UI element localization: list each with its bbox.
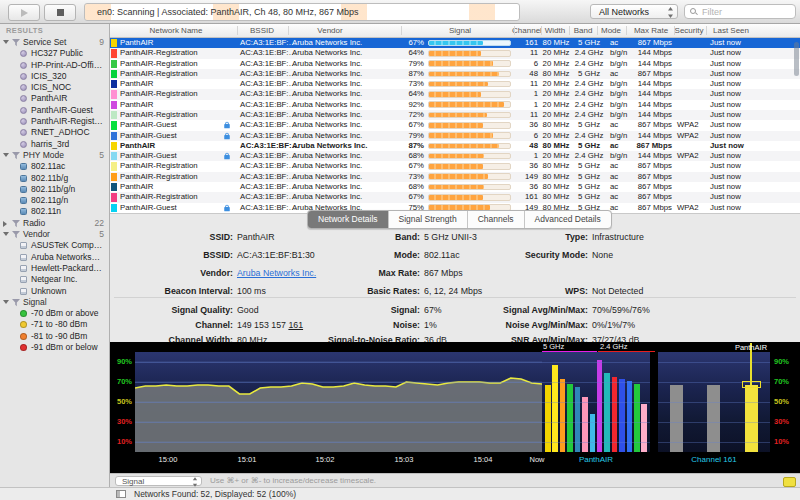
- network-row[interactable]: PanthAIR-GuestAC:A3:1E:BF:…Aruba Network…: [110, 131, 800, 141]
- signal-bar: [428, 60, 511, 67]
- cell-band: 5 GHz: [573, 182, 605, 192]
- sidebar-item-unknown[interactable]: Unknown: [0, 286, 109, 297]
- cell-signal-percent: 67%: [398, 192, 424, 202]
- sidebar-item-label: -70 dBm or above: [31, 308, 99, 318]
- filter-search-field[interactable]: [684, 4, 796, 19]
- column-header-width[interactable]: Width: [545, 24, 565, 37]
- column-header-security[interactable]: Security: [675, 24, 704, 37]
- column-header-mode[interactable]: Mode: [601, 24, 621, 37]
- tab-signal-strength[interactable]: Signal Strength: [388, 211, 467, 228]
- chart-metric-dropdown[interactable]: Signal: [115, 476, 202, 487]
- sidebar-item-802-11g-n[interactable]: 802.11g/n: [0, 195, 109, 206]
- network-color-chip: [111, 121, 117, 129]
- sidebar-item-802-11b-g-n[interactable]: 802.11b/g/n: [0, 184, 109, 195]
- network-row[interactable]: PanthAIR-GuestAC:A3:1E:BF:…Aruba Network…: [110, 151, 800, 161]
- sidebar-item-802-11n[interactable]: 802.11n: [0, 206, 109, 217]
- cell-band: 2.4 GHz: [573, 110, 605, 120]
- sidebar-item-panthair-guest[interactable]: PanthAIR-Guest: [0, 105, 109, 116]
- cell-last-seen: Just now: [710, 89, 741, 99]
- cell-channel: 6: [508, 59, 538, 69]
- sidebar-item-71-to-80-dbm[interactable]: -71 to -80 dBm: [0, 319, 109, 330]
- network-row[interactable]: PanthAIRAC:A3:1E:BF:…Aruba Networks Inc.…: [110, 100, 800, 110]
- mode-icon: [20, 163, 27, 170]
- sidebar-group-phy-mode[interactable]: PHY Mode5: [0, 150, 109, 161]
- column-header-max-rate[interactable]: Max Rate: [634, 24, 668, 37]
- network-row[interactable]: PanthAIR-RegistrationAC:A3:1E:BF:…Aruba …: [110, 192, 800, 202]
- cell-signal-percent: 72%: [398, 110, 424, 120]
- stop-scan-button[interactable]: [44, 4, 76, 21]
- sidebar-item-81-to-90-dbm[interactable]: -81 to -90 dBm: [0, 331, 109, 342]
- network-row[interactable]: PanthAIR-RegistrationAC:A3:1E:BF:…Aruba …: [110, 110, 800, 120]
- network-row[interactable]: PanthAIRAC:A3:1E:BF:…Aruba Networks Inc.…: [110, 38, 800, 48]
- sidebar-item-aruba-networks[interactable]: Aruba Networks…: [0, 252, 109, 263]
- network-row[interactable]: PanthAIR-RegistrationAC:A3:1E:BF:…Aruba …: [110, 161, 800, 171]
- sidebar-item-802-11b-g[interactable]: 802.11b/g: [0, 173, 109, 184]
- network-filter-value: All Networks: [599, 7, 649, 17]
- sidebar-item-70-dbm-or-above[interactable]: -70 dBm or above: [0, 308, 109, 319]
- sidebar-item-hc327-public[interactable]: HC327 Public: [0, 48, 109, 59]
- sidebar-item-panthair[interactable]: PanthAIR: [0, 93, 109, 104]
- sidebar-item-hewlett-packard[interactable]: Hewlett-Packard…: [0, 263, 109, 274]
- cell-channel: 48: [508, 141, 538, 151]
- sidebar-group-radio[interactable]: Radio22: [0, 218, 109, 229]
- sidebar-item-hp-print-ad-offi[interactable]: HP-Print-AD-Offi…: [0, 60, 109, 71]
- column-header-band[interactable]: Band: [574, 24, 593, 37]
- network-row[interactable]: PanthAIR-RegistrationAC:A3:1E:BF:…Aruba …: [110, 89, 800, 99]
- start-scan-button[interactable]: [8, 4, 40, 21]
- column-header-signal[interactable]: Signal: [449, 24, 471, 37]
- column-header-last-seen[interactable]: Last Seen: [713, 24, 749, 37]
- tab-network-details[interactable]: Network Details: [308, 211, 388, 228]
- tab-advanced-details[interactable]: Advanced Details: [524, 211, 611, 228]
- column-header-network-name[interactable]: Network Name: [150, 24, 203, 37]
- sidebar-item-rnet-adhoc[interactable]: RNET_ADHOC: [0, 127, 109, 138]
- sidebar-group-vendor[interactable]: Vendor5: [0, 229, 109, 240]
- results-title: RESULTS: [0, 24, 109, 37]
- network-row[interactable]: PanthAIRAC:A3:1E:BF:…Aruba Networks Inc.…: [110, 79, 800, 89]
- tab-channels[interactable]: Channels: [467, 211, 524, 228]
- disclosure-triangle-icon[interactable]: [3, 153, 9, 157]
- sidebar-item-harris-3rd[interactable]: harris_3rd: [0, 139, 109, 150]
- signal-bar: [428, 40, 511, 47]
- cell-width: 80 MHz: [540, 38, 572, 48]
- disclosure-triangle-icon[interactable]: [3, 40, 9, 44]
- sidebar-group-service-set[interactable]: Service Set9: [0, 37, 109, 48]
- sidebar-item-icis-noc[interactable]: ICIS_NOC: [0, 82, 109, 93]
- cell-network-name: PanthAIR-Guest: [120, 203, 177, 213]
- detail-value: 67%: [420, 305, 442, 315]
- cell-signal-percent: 87%: [398, 69, 424, 79]
- cell-vendor: Aruba Networks Inc.: [292, 120, 362, 130]
- sidebar-item-label: RNET_ADHOC: [31, 127, 90, 137]
- cell-width: 80 MHz: [540, 69, 572, 79]
- network-row[interactable]: PanthAIR-GuestAC:A3:1E:BF:…Aruba Network…: [110, 120, 800, 130]
- column-header-bssid[interactable]: BSSID: [250, 24, 274, 37]
- sidebar-item-netgear-inc[interactable]: Netgear Inc.: [0, 274, 109, 285]
- y-axis-tick: 10%: [110, 438, 132, 446]
- sidebar-item-91-dbm-or-below[interactable]: -91 dBm or below: [0, 342, 109, 353]
- sidebar-item-asustek-comp[interactable]: ASUSTeK Comp…: [0, 240, 109, 251]
- sidebar-item-panthair-regist[interactable]: PanthAIR-Regist…: [0, 116, 109, 127]
- disclosure-triangle-icon[interactable]: [3, 300, 9, 304]
- network-filter-dropdown[interactable]: All Networks: [590, 4, 678, 19]
- cell-channel: 6: [508, 131, 538, 141]
- sidebar-item-802-11ac[interactable]: 802.11ac: [0, 161, 109, 172]
- cell-bssid: AC:A3:1E:BF:…: [240, 203, 296, 213]
- sidebar-group-signal[interactable]: Signal: [0, 297, 109, 308]
- column-header-vendor[interactable]: Vendor: [317, 24, 342, 37]
- network-color-chip: [111, 49, 117, 57]
- column-header-channel[interactable]: Channel: [512, 24, 542, 37]
- network-row[interactable]: PanthAIRAC:A3:1E:BF:…Aruba Networks Inc.…: [110, 182, 800, 192]
- network-row[interactable]: PanthAIRAC:A3:1E:BF:…Aruba Networks Inc.…: [110, 141, 800, 151]
- table-scrollbar-thumb[interactable]: [794, 42, 799, 76]
- network-row[interactable]: PanthAIR-RegistrationAC:A3:1E:BF:…Aruba …: [110, 59, 800, 69]
- network-row[interactable]: PanthAIR-RegistrationAC:A3:1E:BF:…Aruba …: [110, 48, 800, 58]
- disclosure-triangle-icon[interactable]: [3, 232, 9, 236]
- network-color-chip: [111, 132, 117, 140]
- disclosure-triangle-icon[interactable]: [3, 221, 7, 227]
- cell-vendor: Aruba Networks Inc.: [292, 38, 362, 48]
- sidebar-item-icis-320[interactable]: ICIS_320: [0, 71, 109, 82]
- cell-max-rate: 867 Mbps: [625, 120, 672, 130]
- networks-grid-icon[interactable]: [116, 490, 126, 498]
- network-row[interactable]: PanthAIR-RegistrationAC:A3:1E:BF:…Aruba …: [110, 69, 800, 79]
- network-row[interactable]: PanthAIR-RegistrationAC:A3:1E:BF:…Aruba …: [110, 172, 800, 182]
- filter-input[interactable]: [700, 6, 790, 18]
